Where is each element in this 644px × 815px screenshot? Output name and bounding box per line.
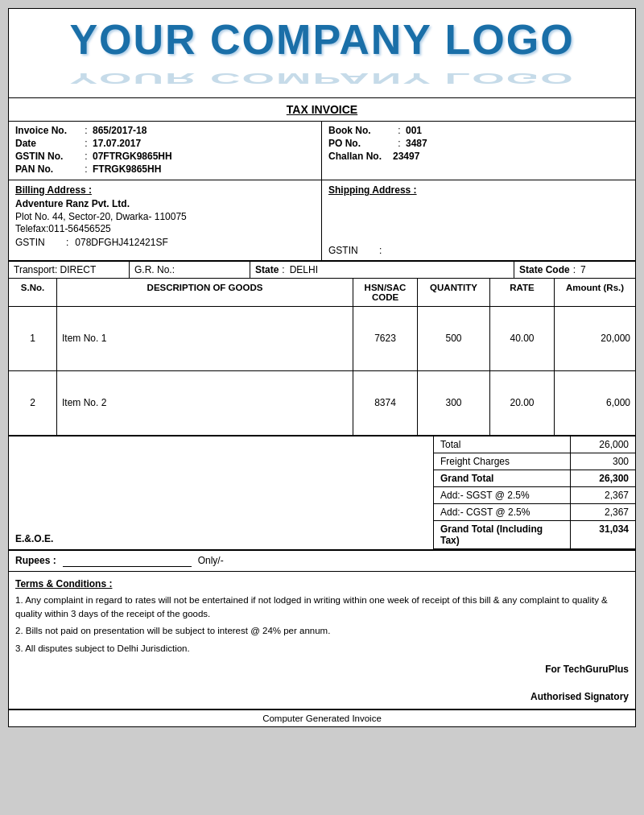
logo-section: YOUR COMPANY LOGO YOUR COMPANY LOGO <box>9 9 635 98</box>
gstin-no-row: GSTIN No. : 07FTRGK9865HH <box>15 151 315 162</box>
challan-no-label: Challan No. <box>328 151 393 162</box>
transport-cell: Transport: DIRECT <box>9 262 130 278</box>
rupees-suffix: Only/- <box>198 555 224 566</box>
gr-label: G.R. No.: <box>134 264 175 275</box>
footer-bar: Computer Generated Invoice <box>9 710 635 726</box>
billing-gstin-value: 078DFGHJ412421SF <box>75 237 167 248</box>
pan-no-value: FTRGK9865HH <box>93 163 161 175</box>
cgst-value: 2,367 <box>571 504 635 520</box>
total-row: Total 26,000 <box>434 436 635 453</box>
invoice-title: TAX INVOICE <box>287 103 357 116</box>
grand-total-label: Grand Total <box>434 470 571 486</box>
td-amount-1: 20,000 <box>555 307 635 370</box>
challan-no-value: 23497 <box>393 151 419 162</box>
billing-gstin-label: GSTIN <box>15 237 60 248</box>
header-left: Invoice No. : 865/2017-18 Date : 17.07.2… <box>9 122 322 180</box>
auth-signatory: Authorised Signatory <box>530 691 629 702</box>
invoice-title-section: TAX INVOICE <box>9 98 635 122</box>
transport-value: DIRECT <box>60 264 97 275</box>
for-company: For TechGuruPlus <box>545 664 629 675</box>
td-qty-1: 500 <box>418 307 490 370</box>
state-code-value: 7 <box>580 264 586 275</box>
state-cell: State : DELHI <box>250 262 514 278</box>
date-value: 17.07.2017 <box>93 138 141 149</box>
cgst-row: Add:- CGST @ 2.5% 2,367 <box>434 504 635 521</box>
book-no-row: Book No. : 001 <box>328 125 629 136</box>
book-no-value: 001 <box>406 125 422 136</box>
grand-total-tax-value: 31,034 <box>571 521 635 548</box>
date-row: Date : 17.07.2017 <box>15 138 315 149</box>
shipping-gstin-row: GSTIN : <box>328 245 629 256</box>
po-no-row: PO No. : 3487 <box>328 138 629 149</box>
td-rate-2: 20.00 <box>490 371 555 435</box>
terms-title: Terms & Conditions : <box>15 578 629 590</box>
billing-address-title: Billing Address : <box>15 184 315 196</box>
address-section: Billing Address : Adventure Ranz Pvt. Lt… <box>9 180 635 261</box>
rupees-row: Rupees : Only/- <box>9 550 635 572</box>
table-body: 1 Item No. 1 7623 500 40.00 20,000 2 Ite… <box>9 307 635 436</box>
grand-total-tax-label: Grand Total (Including Tax) <box>434 521 571 548</box>
th-amount: Amount (Rs.) <box>555 279 635 306</box>
shipping-gstin-label: GSTIN <box>328 245 373 256</box>
transport-row: Transport: DIRECT G.R. No.: State : DELH… <box>9 261 635 279</box>
gstin-no-value: 07FTRGK9865HH <box>93 151 172 162</box>
invoice-no-value: 865/2017-18 <box>93 125 147 136</box>
td-sno-2: 2 <box>9 371 57 435</box>
state-value: DELHI <box>290 264 318 275</box>
header-info: Invoice No. : 865/2017-18 Date : 17.07.2… <box>9 122 635 180</box>
shipping-address: Shipping Address : GSTIN : <box>322 180 635 260</box>
po-no-value: 3487 <box>406 138 427 149</box>
terms-item-1: 1. Any complaint in regard to rates will… <box>15 594 629 622</box>
sgst-label: Add:- SGST @ 2.5% <box>434 487 571 503</box>
td-amount-2: 6,000 <box>555 371 635 435</box>
terms-item-3: 3. All disputes subject to Delhi Jurisdi… <box>15 642 629 656</box>
shipping-address-title: Shipping Address : <box>328 184 629 196</box>
terms-content: 1. Any complaint in regard to rates will… <box>15 594 629 656</box>
td-desc-2: Item No. 2 <box>57 371 353 435</box>
gr-cell: G.R. No.: <box>130 262 250 278</box>
state-code-cell: State Code : 7 <box>514 262 635 278</box>
td-desc-1: Item No. 1 <box>57 307 353 370</box>
state-label: State <box>255 264 279 275</box>
state-code-label: State Code <box>519 264 570 275</box>
terms-section: Terms & Conditions : 1. Any complaint in… <box>9 572 635 710</box>
pan-no-row: PAN No. : FTRGK9865HH <box>15 163 315 175</box>
eoe-label: E.&.O.E. <box>15 533 53 544</box>
td-sno-1: 1 <box>9 307 57 370</box>
billing-address2: Telefax:011-56456525 <box>15 223 315 234</box>
td-qty-2: 300 <box>418 371 490 435</box>
cgst-label: Add:- CGST @ 2.5% <box>434 504 571 520</box>
footer-text: Computer Generated Invoice <box>262 714 382 723</box>
gstin-no-label: GSTIN No. <box>15 151 80 162</box>
invoice-no-row: Invoice No. : 865/2017-18 <box>15 125 315 136</box>
company-logo: YOUR COMPANY LOGO <box>25 17 619 63</box>
sgst-value: 2,367 <box>571 487 635 503</box>
freight-row: Freight Charges 300 <box>434 453 635 470</box>
total-label: Total <box>434 436 571 453</box>
freight-label: Freight Charges <box>434 453 571 470</box>
invoice-no-label: Invoice No. <box>15 125 80 136</box>
grand-total-value: 26,300 <box>571 470 635 486</box>
table-header: S.No. DESCRIPTION OF GOODS HSN/SACCODE Q… <box>9 279 635 307</box>
table-row: 1 Item No. 1 7623 500 40.00 20,000 <box>9 307 635 371</box>
date-label: Date <box>15 138 80 149</box>
td-hsn-2: 8374 <box>353 371 418 435</box>
invoice-document: YOUR COMPANY LOGO YOUR COMPANY LOGO TAX … <box>8 8 636 727</box>
sgst-row: Add:- SGST @ 2.5% 2,367 <box>434 487 635 504</box>
billing-address: Billing Address : Adventure Ranz Pvt. Lt… <box>9 180 322 260</box>
rupees-label: Rupees : <box>15 555 56 566</box>
book-no-label: Book No. <box>328 125 393 136</box>
th-sno: S.No. <box>9 279 57 306</box>
th-quantity: QUANTITY <box>418 279 490 306</box>
th-description: DESCRIPTION OF GOODS <box>57 279 353 306</box>
td-hsn-1: 7623 <box>353 307 418 370</box>
po-no-label: PO No. <box>328 138 393 149</box>
th-hsn: HSN/SACCODE <box>353 279 418 306</box>
billing-gstin-row: GSTIN : 078DFGHJ412421SF <box>15 237 315 248</box>
terms-item-2: 2. Bills not paid on presentation will b… <box>15 624 629 638</box>
freight-value: 300 <box>571 453 635 470</box>
th-rate: RATE <box>490 279 555 306</box>
pan-no-label: PAN No. <box>15 163 80 175</box>
total-value: 26,000 <box>571 436 635 453</box>
terms-footer: For TechGuruPlus <box>15 664 629 675</box>
